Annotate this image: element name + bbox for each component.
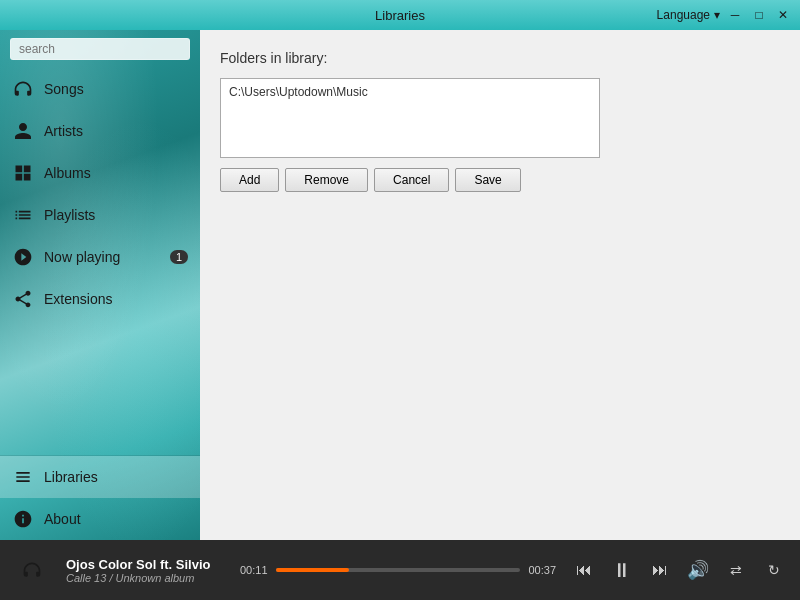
now-playing-label: Now playing (44, 249, 120, 265)
info-icon (12, 508, 34, 530)
artists-label: Artists (44, 123, 83, 139)
list-grid-icon (12, 466, 34, 488)
sidebar-bottom: Libraries About (0, 455, 200, 540)
folders-label: Folders in library: (220, 50, 780, 66)
fast-forward-button[interactable]: ⏭ (646, 556, 674, 584)
person-icon (12, 120, 34, 142)
sidebar-item-playlists[interactable]: Playlists (0, 194, 200, 236)
headphones-icon (12, 550, 52, 590)
folder-path: C:\Users\Uptodown\Music (229, 85, 591, 99)
player-bar: Ojos Color Sol ft. Silvio Calle 13 / Unk… (0, 540, 800, 600)
player-progress-bar[interactable] (276, 568, 521, 572)
share-icon (12, 288, 34, 310)
player-progress-row: 00:11 00:37 (240, 564, 556, 576)
volume-button[interactable]: 🔊 (684, 556, 712, 584)
title-bar: Libraries Language ▾ ─ □ ✕ (0, 0, 800, 30)
main-layout: Songs Artists Albums Playl (0, 30, 800, 540)
language-chevron-icon: ▾ (714, 8, 720, 22)
playlists-label: Playlists (44, 207, 95, 223)
cancel-button[interactable]: Cancel (374, 168, 449, 192)
nav-items: Songs Artists Albums Playl (0, 68, 200, 455)
sidebar-item-about[interactable]: About (0, 498, 200, 540)
search-input[interactable] (10, 38, 190, 60)
minimize-button[interactable]: ─ (726, 6, 744, 24)
headphones-icon (12, 78, 34, 100)
window-title: Libraries (375, 8, 425, 23)
repeat-button[interactable]: ↻ (760, 556, 788, 584)
now-playing-badge: 1 (170, 250, 188, 264)
action-buttons: Add Remove Cancel Save (220, 168, 780, 192)
libraries-label: Libraries (44, 469, 98, 485)
close-button[interactable]: ✕ (774, 6, 792, 24)
play-circle-icon (12, 246, 34, 268)
player-track-artist: Calle 13 / Unknown album (66, 572, 226, 584)
language-selector[interactable]: Language ▾ (657, 8, 720, 22)
shuffle-button[interactable]: ⇄ (722, 556, 750, 584)
sidebar-item-artists[interactable]: Artists (0, 110, 200, 152)
add-button[interactable]: Add (220, 168, 279, 192)
language-label: Language (657, 8, 710, 22)
player-progress-fill (276, 568, 349, 572)
player-track-info: Ojos Color Sol ft. Silvio Calle 13 / Unk… (66, 557, 226, 584)
grid-icon (12, 162, 34, 184)
pause-button[interactable]: ⏸ (608, 556, 636, 584)
list-icon (12, 204, 34, 226)
folders-list[interactable]: C:\Users\Uptodown\Music (220, 78, 600, 158)
sidebar-item-now-playing[interactable]: Now playing 1 (0, 236, 200, 278)
player-track-title: Ojos Color Sol ft. Silvio (66, 557, 226, 572)
search-box (0, 30, 200, 68)
maximize-button[interactable]: □ (750, 6, 768, 24)
player-current-time: 00:11 (240, 564, 268, 576)
sidebar-item-albums[interactable]: Albums (0, 152, 200, 194)
sidebar-item-songs[interactable]: Songs (0, 68, 200, 110)
sidebar-item-libraries[interactable]: Libraries (0, 456, 200, 498)
player-total-time: 00:37 (528, 564, 556, 576)
songs-label: Songs (44, 81, 84, 97)
player-controls: ⏮ ⏸ ⏭ 🔊 ⇄ ↻ (570, 556, 788, 584)
albums-label: Albums (44, 165, 91, 181)
save-button[interactable]: Save (455, 168, 520, 192)
remove-button[interactable]: Remove (285, 168, 368, 192)
extensions-label: Extensions (44, 291, 112, 307)
libraries-content: Folders in library: C:\Users\Uptodown\Mu… (200, 30, 800, 540)
rewind-button[interactable]: ⏮ (570, 556, 598, 584)
sidebar-item-extensions[interactable]: Extensions (0, 278, 200, 320)
about-label: About (44, 511, 81, 527)
sidebar: Songs Artists Albums Playl (0, 30, 200, 540)
